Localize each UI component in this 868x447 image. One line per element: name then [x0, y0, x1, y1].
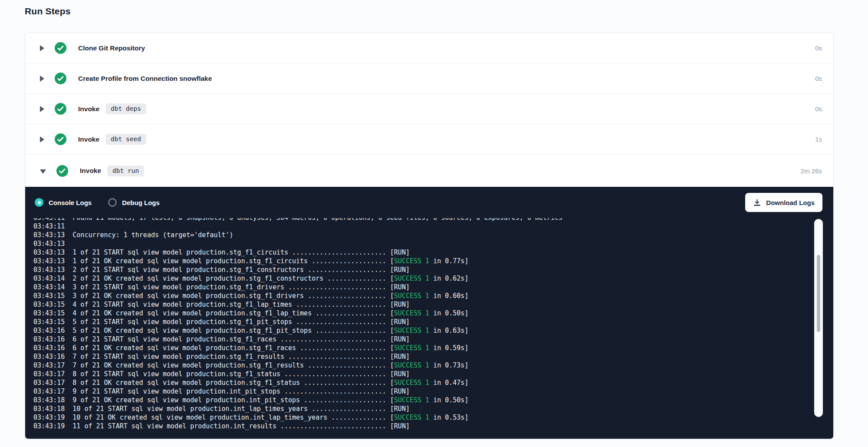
log-scrollbar-thumb[interactable] [817, 255, 820, 332]
radio-unselected-icon[interactable] [108, 198, 117, 207]
log-line: 03:43:19 11 of 21 START sql view model p… [33, 422, 813, 430]
step-duration: 1s [815, 136, 822, 143]
radio-selected-icon[interactable] [35, 198, 43, 207]
log-line: 03:43:13 1 of 21 START sql view model pr… [33, 248, 813, 257]
log-line: 03:43:16 5 of 21 OK created sql view mod… [33, 326, 813, 335]
download-icon [753, 199, 761, 207]
log-tab-label: Debug Logs [122, 199, 160, 206]
step-row-invoke-dbt-seed[interactable]: Invokedbt seed1s [25, 124, 833, 155]
success-check-icon [56, 165, 68, 177]
log-tab-debug-logs[interactable]: Debug Logs [108, 198, 160, 207]
log-line: 03:43:15 4 of 21 START sql view model pr… [33, 300, 813, 309]
log-viewport[interactable]: 03:43:11 Found 21 models, 17 tests, 0 sn… [25, 218, 813, 439]
step-row-invoke-dbt-deps[interactable]: Invokedbt deps0s [25, 94, 833, 124]
log-line: 03:43:19 10 of 21 OK created sql view mo… [33, 413, 813, 422]
step-row-clone-git-repository[interactable]: Clone Git Repository0s [25, 33, 833, 63]
log-line: 03:43:16 7 of 21 START sql view model pr… [33, 352, 813, 361]
expand-caret-icon[interactable] [40, 45, 44, 51]
step-duration: 2m 26s [801, 167, 822, 175]
download-logs-button[interactable]: Download Logs [745, 193, 822, 212]
log-line: 03:43:16 6 of 21 START sql view model pr… [33, 335, 813, 344]
step-label: Clone Git Repository [78, 44, 145, 52]
step-duration: 0s [815, 44, 822, 52]
console-header: Console LogsDebug LogsDownload Logs [25, 187, 833, 218]
expand-caret-icon[interactable] [40, 76, 44, 82]
log-line: 03:43:15 5 of 21 START sql view model pr… [33, 318, 813, 326]
log-line: 03:43:13 [33, 239, 813, 248]
log-line: 03:43:16 6 of 21 OK created sql view mod… [33, 344, 813, 352]
step-label: Invoke [78, 136, 99, 143]
success-check-icon [55, 133, 66, 145]
log-line: 03:43:14 3 of 21 START sql view model pr… [33, 283, 813, 291]
page-title: Run Steps [25, 6, 868, 17]
step-row-create-profile-from-connection-snowflake[interactable]: Create Profile from Connection snowflake… [25, 63, 833, 94]
console-panel: Console LogsDebug LogsDownload Logs03:43… [25, 187, 833, 439]
log-line: 03:43:17 9 of 21 START sql view model pr… [33, 387, 813, 396]
log-line: 03:43:18 9 of 21 OK created sql view mod… [33, 396, 813, 404]
log-scrollbar[interactable] [814, 219, 823, 417]
success-check-icon [55, 42, 66, 54]
step-command-badge: dbt run [107, 166, 144, 176]
log-line: 03:43:17 8 of 21 START sql view model pr… [33, 370, 813, 378]
step-duration: 0s [815, 105, 822, 113]
log-tab-label: Console Logs [49, 199, 92, 206]
step-command-badge: dbt seed [105, 134, 146, 145]
expand-caret-icon[interactable] [40, 136, 44, 142]
log-tab-console-logs[interactable]: Console Logs [35, 198, 92, 207]
run-steps-card: Clone Git Repository0sCreate Profile fro… [25, 33, 834, 439]
step-command-badge: dbt deps [105, 103, 146, 114]
step-row-invoke-dbt-run[interactable]: Invokedbt run2m 26s [25, 155, 833, 187]
expand-caret-icon[interactable] [40, 106, 44, 112]
success-check-icon [55, 103, 66, 115]
log-line: 03:43:17 7 of 21 OK created sql view mod… [33, 361, 813, 370]
download-logs-label: Download Logs [766, 199, 815, 206]
step-label: Invoke [80, 167, 101, 175]
log-line: 03:43:14 2 of 21 OK created sql view mod… [33, 274, 813, 283]
log-line: 03:43:17 8 of 21 OK created sql view mod… [33, 378, 813, 387]
success-check-icon [55, 73, 66, 84]
step-duration: 0s [815, 75, 822, 82]
log-line: 03:43:13 1 of 21 OK created sql view mod… [33, 257, 813, 265]
log-line: 03:43:11 Found 21 models, 17 tests, 0 sn… [33, 218, 813, 222]
log-line: 03:43:15 4 of 21 OK created sql view mod… [33, 309, 813, 318]
step-label: Create Profile from Connection snowflake [78, 75, 212, 83]
step-label: Invoke [78, 105, 99, 113]
log-line: 03:43:11 [33, 222, 813, 231]
log-line: 03:43:15 3 of 21 OK created sql view mod… [33, 291, 813, 300]
log-line: 03:43:18 10 of 21 START sql view model p… [33, 404, 813, 413]
log-line: 03:43:13 2 of 21 START sql view model pr… [33, 265, 813, 274]
collapse-caret-icon[interactable] [40, 169, 46, 174]
log-line: 03:43:13 Concurrency: 1 threads (target=… [33, 231, 813, 239]
